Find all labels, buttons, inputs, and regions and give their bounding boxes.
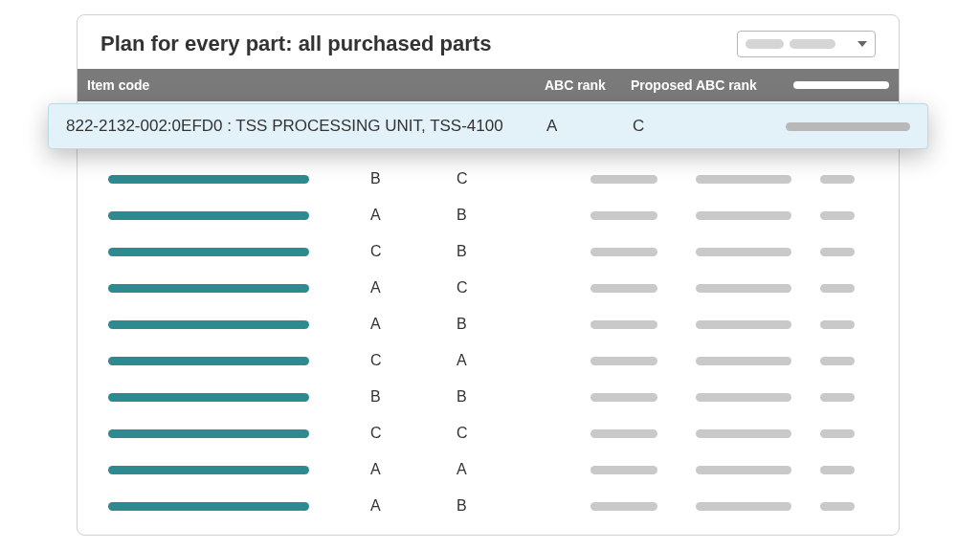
chevron-down-icon (858, 41, 867, 47)
proposed-abc-rank-cell: C (457, 425, 590, 442)
placeholder-bar (590, 248, 657, 256)
placeholder-bar (820, 502, 855, 511)
placeholder-cell (696, 393, 820, 402)
table-header: Item code ABC rank Proposed ABC rank (78, 69, 899, 101)
highlight-item-code: 822-2132-002:0EFD0 : TSS PROCESSING UNIT… (66, 117, 546, 136)
item-code-placeholder (108, 248, 309, 256)
placeholder-cell (696, 284, 820, 293)
item-code-placeholder (108, 466, 309, 474)
placeholder-cell (696, 502, 820, 511)
proposed-abc-rank-cell: B (457, 243, 590, 260)
column-placeholder (793, 81, 889, 89)
placeholder-bar (590, 284, 657, 293)
table-body: BCABCBACABCABBCCAAABAB (78, 101, 899, 536)
highlight-action-placeholder (786, 122, 910, 131)
placeholder-cell (696, 211, 820, 220)
placeholder-bar (590, 502, 657, 511)
item-code-cell (83, 357, 370, 365)
placeholder-bar (696, 320, 791, 329)
dropdown-placeholder (746, 39, 784, 49)
placeholder-cell (696, 466, 820, 474)
table-row[interactable]: AC (78, 270, 899, 306)
proposed-abc-rank-cell: A (457, 461, 590, 478)
placeholder-bar (820, 284, 855, 293)
placeholder-bar (590, 393, 657, 402)
placeholder-cell (820, 175, 900, 184)
table-row[interactable]: AB (78, 488, 899, 524)
placeholder-bar (590, 211, 657, 220)
table-row[interactable]: CA (78, 342, 899, 379)
proposed-abc-rank-cell: C (457, 170, 590, 187)
item-code-cell (83, 175, 370, 184)
item-code-cell (83, 429, 370, 438)
table-row[interactable]: AB (78, 197, 899, 233)
highlight-abc-rank: A (546, 117, 633, 136)
table-row[interactable]: AB (78, 524, 899, 536)
column-item-code: Item code (83, 77, 305, 93)
item-code-placeholder (108, 284, 309, 293)
abc-rank-cell: A (370, 497, 457, 515)
table-row[interactable]: AB (78, 306, 899, 342)
placeholder-bar (820, 466, 855, 474)
highlight-proposed-abc-rank: C (633, 117, 747, 136)
placeholder-cell (590, 502, 696, 511)
placeholder-bar (820, 320, 855, 329)
placeholder-bar (820, 175, 855, 184)
placeholder-bar (696, 248, 791, 256)
placeholder-cell (820, 466, 900, 474)
placeholder-bar (590, 320, 657, 329)
table-row[interactable]: AA (78, 451, 899, 488)
placeholder-cell (696, 175, 820, 184)
placeholder-cell (820, 211, 900, 220)
placeholder-bar (590, 357, 657, 365)
placeholder-cell (820, 248, 900, 256)
placeholder-cell (820, 429, 900, 438)
highlighted-row[interactable]: 822-2132-002:0EFD0 : TSS PROCESSING UNIT… (48, 103, 928, 149)
placeholder-cell (590, 393, 696, 402)
item-code-placeholder (108, 357, 309, 365)
placeholder-bar (820, 357, 855, 365)
table-row[interactable]: CC (78, 415, 899, 451)
placeholder-cell (820, 320, 900, 329)
proposed-abc-rank-cell: B (457, 388, 590, 406)
item-code-cell (83, 393, 370, 402)
abc-rank-cell: C (370, 352, 457, 369)
item-code-cell (83, 284, 370, 293)
placeholder-cell (590, 211, 696, 220)
abc-rank-cell: B (370, 388, 457, 406)
table-row[interactable]: BC (78, 161, 899, 197)
placeholder-bar (590, 429, 657, 438)
proposed-abc-rank-cell: B (457, 534, 590, 536)
abc-rank-cell: C (370, 243, 457, 260)
placeholder-cell (590, 357, 696, 365)
placeholder-bar (820, 429, 855, 438)
proposed-abc-rank-cell: C (457, 279, 590, 296)
placeholder-bar (696, 502, 791, 511)
placeholder-bar (820, 248, 855, 256)
abc-rank-cell: B (370, 170, 457, 187)
placeholder-bar (590, 466, 657, 474)
table-row[interactable]: CB (78, 233, 899, 270)
abc-rank-cell: A (370, 534, 457, 536)
proposed-abc-rank-cell: A (457, 352, 590, 369)
placeholder-bar (820, 211, 855, 220)
placeholder-cell (590, 320, 696, 329)
abc-rank-cell: A (370, 207, 457, 224)
placeholder-bar (696, 211, 791, 220)
filter-dropdown[interactable] (737, 31, 876, 57)
placeholder-bar (590, 175, 657, 184)
table-row[interactable]: BB (78, 379, 899, 415)
item-code-cell (83, 248, 370, 256)
placeholder-cell (696, 320, 820, 329)
placeholder-cell (696, 357, 820, 365)
column-proposed-abc-rank: Proposed ABC rank (631, 77, 765, 93)
placeholder-cell (820, 502, 900, 511)
placeholder-cell (590, 429, 696, 438)
proposed-abc-rank-cell: B (457, 316, 590, 333)
column-abc-rank: ABC rank (545, 77, 631, 93)
placeholder-cell (590, 466, 696, 474)
parts-card: Plan for every part: all purchased parts… (77, 14, 900, 536)
card-header: Plan for every part: all purchased parts (78, 15, 899, 69)
placeholder-bar (820, 393, 855, 402)
placeholder-cell (820, 284, 900, 293)
